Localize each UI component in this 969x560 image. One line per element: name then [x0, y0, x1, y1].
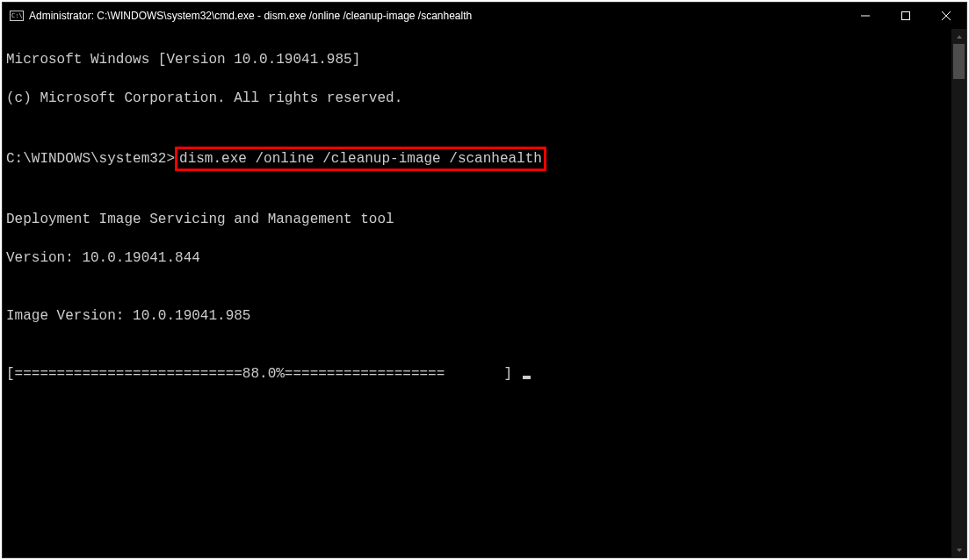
svg-rect-3: [902, 12, 910, 20]
scroll-down-button[interactable]: [951, 542, 966, 557]
cmd-icon: C:\: [10, 9, 24, 23]
vertical-scrollbar[interactable]: [951, 29, 966, 557]
maximize-button[interactable]: [886, 3, 926, 29]
scroll-track[interactable]: [951, 44, 966, 542]
svg-text:C:\: C:\: [11, 12, 23, 19]
cursor: [523, 376, 531, 379]
copyright-line: (c) Microsoft Corporation. All rights re…: [6, 89, 948, 108]
tool-version-line: Version: 10.0.19041.844: [6, 248, 948, 268]
prompt-line: C:\WINDOWS\system32>dism.exe /online /cl…: [6, 147, 948, 171]
highlighted-command: dism.exe /online /cleanup-image /scanhea…: [175, 147, 546, 171]
prompt-prefix: C:\WINDOWS\system32>: [6, 151, 175, 167]
progress-line: [===========================88.0%=======…: [6, 364, 948, 384]
svg-marker-7: [957, 549, 962, 552]
image-version-line: Image Version: 10.0.19041.985: [6, 306, 948, 326]
close-button[interactable]: [926, 3, 966, 29]
scroll-thumb[interactable]: [953, 44, 965, 79]
titlebar[interactable]: C:\ Administrator: C:\WINDOWS\system32\c…: [3, 3, 966, 29]
os-version-line: Microsoft Windows [Version 10.0.19041.98…: [6, 50, 948, 69]
window-controls: [845, 3, 966, 29]
progress-text: [===========================88.0%=======…: [6, 366, 521, 382]
terminal-output[interactable]: Microsoft Windows [Version 10.0.19041.98…: [3, 29, 951, 557]
minimize-button[interactable]: [845, 3, 886, 29]
client-area: Microsoft Windows [Version 10.0.19041.98…: [3, 29, 966, 557]
svg-marker-6: [957, 35, 962, 39]
window-title: Administrator: C:\WINDOWS\system32\cmd.e…: [29, 10, 845, 22]
tool-name-line: Deployment Image Servicing and Managemen…: [6, 210, 948, 229]
cmd-window: C:\ Administrator: C:\WINDOWS\system32\c…: [2, 2, 967, 558]
scroll-up-button[interactable]: [951, 29, 966, 44]
